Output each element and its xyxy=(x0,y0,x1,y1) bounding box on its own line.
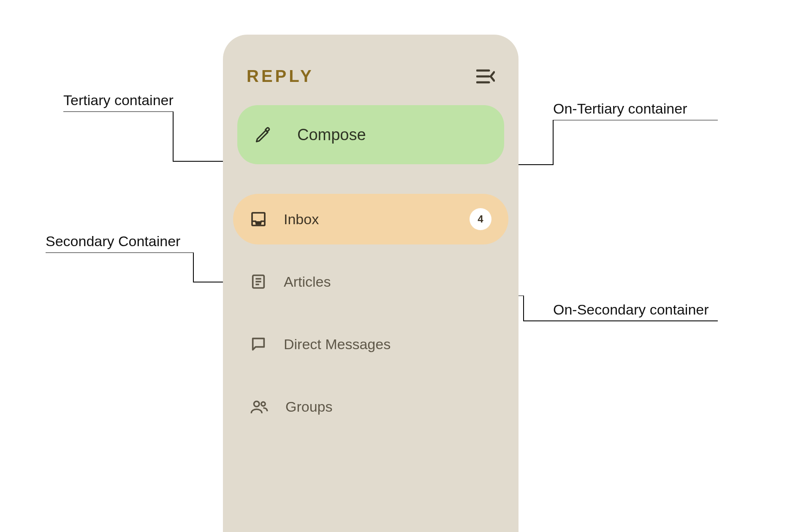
nav-item-articles[interactable]: Articles xyxy=(233,256,508,307)
nav-item-label: Inbox xyxy=(284,211,453,228)
article-icon xyxy=(250,273,267,290)
inbox-icon xyxy=(250,211,267,228)
callout-line-secondary xyxy=(46,252,252,290)
menu-collapse-icon[interactable] xyxy=(476,69,495,84)
callout-tertiary: Tertiary container xyxy=(63,92,174,109)
nav-item-inbox[interactable]: Inbox 4 xyxy=(233,194,508,244)
callout-on-tertiary: On-Tertiary container xyxy=(553,100,687,117)
compose-label: Compose xyxy=(297,126,366,144)
nav-item-label: Groups xyxy=(285,399,491,415)
pencil-icon xyxy=(254,125,273,144)
nav-item-groups[interactable]: Groups xyxy=(233,381,508,432)
svg-rect-4 xyxy=(255,221,261,225)
callout-line-tertiary xyxy=(63,111,245,171)
brand-label: REPLY xyxy=(247,67,314,86)
svg-point-9 xyxy=(254,401,259,407)
compose-button[interactable]: Compose xyxy=(237,105,504,164)
drawer-header: REPLY xyxy=(233,50,508,98)
callout-on-secondary: On-Secondary container xyxy=(553,301,709,318)
inbox-badge: 4 xyxy=(470,208,491,230)
chat-icon xyxy=(250,336,267,353)
svg-point-10 xyxy=(261,402,265,406)
nav-item-label: Direct Messages xyxy=(284,336,491,353)
navigation-drawer: REPLY Compose xyxy=(223,35,519,532)
callout-secondary: Secondary Container xyxy=(46,233,180,250)
nav-list: Inbox 4 Articles xyxy=(233,194,508,432)
nav-item-label: Articles xyxy=(284,274,491,290)
nav-item-direct-messages[interactable]: Direct Messages xyxy=(233,319,508,369)
groups-icon xyxy=(250,398,269,415)
